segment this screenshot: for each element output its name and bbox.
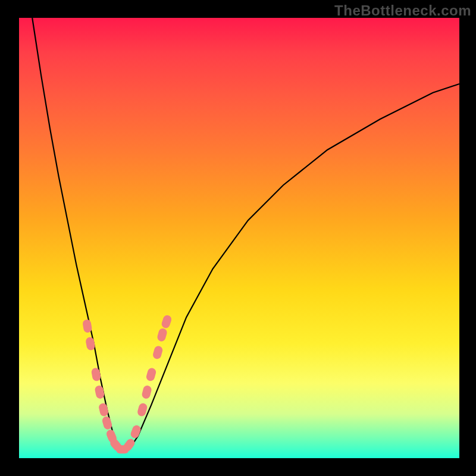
- marker-point: [141, 385, 152, 400]
- marker-point: [152, 345, 163, 360]
- watermark-text: TheBottleneck.com: [334, 2, 471, 19]
- chart-svg: [19, 18, 459, 458]
- marker-point: [156, 327, 168, 342]
- marker-point: [145, 367, 156, 382]
- marker-point: [98, 402, 109, 417]
- marker-point: [94, 385, 105, 399]
- marker-point: [91, 367, 102, 381]
- marker-point: [130, 424, 142, 440]
- marker-point: [161, 314, 173, 329]
- highlight-markers: [82, 314, 173, 453]
- marker-point: [85, 337, 96, 351]
- bottleneck-curve-line: [32, 18, 459, 449]
